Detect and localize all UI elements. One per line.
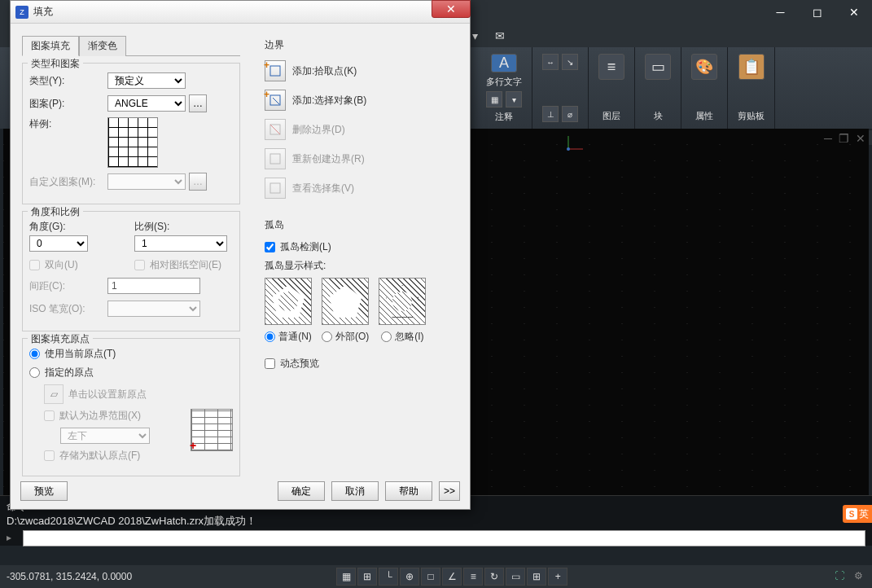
preview-button[interactable]: 预览 <box>20 481 68 501</box>
double-checkbox: 双向(U) <box>29 258 128 272</box>
leader-icon[interactable]: ↘ <box>562 54 578 70</box>
chevron-down-icon[interactable]: ▾ <box>472 29 485 42</box>
table-icon[interactable]: ▦ <box>486 91 502 108</box>
otrack-icon[interactable]: ∠ <box>442 568 462 586</box>
recreate-boundary-label: 重新创建边界(R) <box>292 152 365 166</box>
view-selection-label: 查看选择集(V) <box>292 182 354 195</box>
iso-select <box>107 301 200 317</box>
dim2-icon[interactable]: ⊥ <box>542 106 559 122</box>
default-bounds-checkbox: 默认为边界范围(X) <box>44 409 184 423</box>
command-input[interactable] <box>23 530 865 546</box>
svg-line-11 <box>270 125 280 134</box>
island-style-label: 孤岛显示样式: <box>265 259 444 273</box>
island-section: 孤岛 孤岛检测(L) 孤岛显示样式: 普通(N) 外部(O) <box>265 215 444 379</box>
lineweight-icon[interactable]: ≡ <box>463 568 483 586</box>
type-pattern-title: 类型和图案 <box>28 57 83 71</box>
app-logo-icon: Z <box>15 6 28 19</box>
gear-icon[interactable]: ⚙ <box>854 570 867 583</box>
add-pick-button[interactable]: + <box>265 60 286 81</box>
angle-scale-group: 角度和比例 角度(G): 0 比例(S): 1 双向(U) 相对图纸空间(E) <box>22 211 240 331</box>
maximize-button[interactable]: ◻ <box>799 0 835 24</box>
boundary-section: 边界 + 添加:拾取点(K) + 添加:选择对象(B) 删除边界(D) 重新创建… <box>265 35 444 210</box>
angle-select[interactable]: 0 <box>29 235 88 252</box>
custom-pattern-select <box>107 173 186 190</box>
pattern-swatch[interactable] <box>107 117 158 168</box>
origin-swatch <box>191 409 233 451</box>
dim3-icon[interactable]: ⌀ <box>562 106 578 122</box>
island-outer-radio[interactable]: 外部(O) <box>322 330 369 344</box>
use-current-origin-radio[interactable]: 使用当前原点(T) <box>29 347 233 361</box>
block-icon[interactable]: ▭ <box>645 54 671 80</box>
expand-button[interactable]: >> <box>439 481 460 501</box>
clipboard-label: 剪贴板 <box>738 110 765 122</box>
island-outer-swatch[interactable] <box>322 278 369 325</box>
specified-origin-radio[interactable]: 指定的原点 <box>29 366 233 380</box>
app-close-button[interactable]: ✕ <box>835 0 872 24</box>
island-ignore-radio[interactable]: 忽略(I) <box>381 330 423 344</box>
scale-label: 比例(S): <box>134 220 233 234</box>
pattern-label: 图案(P): <box>29 97 107 111</box>
dialog-titlebar[interactable]: Z 填充 ✕ <box>11 1 470 24</box>
type-pattern-group: 类型和图案 类型(Y): 预定义 图案(P): ANGLE … 样例: 自定义图… <box>22 63 240 204</box>
pattern-browse-button[interactable]: … <box>189 94 207 112</box>
island-ignore-swatch[interactable] <box>379 278 426 325</box>
svg-rect-8 <box>270 66 280 76</box>
ime-text: 英 <box>859 507 869 521</box>
sample-label: 样例: <box>29 117 107 131</box>
ok-button[interactable]: 确定 <box>278 481 325 501</box>
cancel-button[interactable]: 取消 <box>331 481 379 501</box>
osnap-icon[interactable]: □ <box>421 568 440 586</box>
type-select[interactable]: 预定义 <box>107 72 186 89</box>
pattern-select[interactable]: ANGLE <box>107 95 186 112</box>
hatch-dialog: Z 填充 ✕ 图案填充 渐变色 类型和图案 类型(Y): 预定义 图案(P): … <box>10 0 471 510</box>
block-label: 块 <box>654 110 663 122</box>
ime-indicator[interactable]: S 英 <box>843 505 872 523</box>
dim-icon[interactable]: ↔ <box>542 54 559 70</box>
ortho-icon[interactable]: └ <box>379 568 398 586</box>
dyn-icon[interactable]: ▭ <box>506 568 525 586</box>
island-title: 孤岛 <box>265 218 444 232</box>
dynamic-preview-checkbox[interactable]: 动态预览 <box>265 357 444 371</box>
help-button[interactable]: 帮助 <box>385 481 432 501</box>
command-prompt-icon: ▸ <box>7 532 20 545</box>
mail-icon[interactable]: ✉ <box>495 29 508 42</box>
scale-select[interactable]: 1 <box>134 235 227 252</box>
grid-icon[interactable]: ▦ <box>336 568 356 586</box>
ribbon-group-clipboard: 📋 剪贴板 <box>728 47 775 129</box>
remove-boundary-label: 删除边界(D) <box>292 123 345 137</box>
cycle-icon[interactable]: ↻ <box>484 568 504 586</box>
spacing-input <box>107 278 200 294</box>
ribbon-group-block: ▭ 块 <box>635 47 681 129</box>
iso-label: ISO 笔宽(O): <box>29 302 107 316</box>
arrows-icon[interactable]: ⛶ <box>835 570 848 583</box>
spacing-label: 间距(C): <box>29 279 107 293</box>
plus-icon[interactable]: + <box>548 568 567 586</box>
dialog-footer: 预览 确定 取消 帮助 >> <box>20 481 460 501</box>
dropdown-icon[interactable]: ▾ <box>506 91 522 108</box>
angle-label: 角度(G): <box>29 220 128 234</box>
snap-icon[interactable]: ⊞ <box>357 568 377 586</box>
ribbon-group-layer: ≡ 图层 <box>589 47 635 129</box>
palette-icon[interactable]: 🎨 <box>691 54 717 80</box>
layer-icon[interactable]: ≡ <box>598 54 624 80</box>
polar-icon[interactable]: ⊕ <box>400 568 419 586</box>
boundary-title: 边界 <box>265 38 444 52</box>
tab-pattern[interactable]: 图案填充 <box>22 36 79 56</box>
ribbon-group-props: 🎨 属性 <box>681 47 728 129</box>
model-icon[interactable]: ⊞ <box>527 568 546 586</box>
island-detect-checkbox[interactable]: 孤岛检测(L) <box>265 240 444 254</box>
angle-scale-title: 角度和比例 <box>28 205 83 219</box>
clipboard-icon[interactable]: 📋 <box>738 54 765 80</box>
origin-group: 图案填充原点 使用当前原点(T) 指定的原点 ▱ 单击以设置新原点 默认为边界范… <box>22 338 240 476</box>
mtext-icon[interactable]: A <box>491 54 517 72</box>
dialog-close-button[interactable]: ✕ <box>432 0 471 18</box>
relative-checkbox: 相对图纸空间(E) <box>134 258 233 272</box>
svg-rect-12 <box>270 154 280 164</box>
recreate-boundary-button <box>265 148 286 169</box>
add-select-button[interactable]: + <box>265 90 286 111</box>
island-normal-swatch[interactable] <box>265 278 312 325</box>
status-coords: -305.0781, 315.2424, 0.0000 <box>7 571 148 582</box>
minimize-button[interactable]: ─ <box>762 0 799 24</box>
island-normal-radio[interactable]: 普通(N) <box>265 330 312 344</box>
tab-gradient[interactable]: 渐变色 <box>79 36 126 56</box>
